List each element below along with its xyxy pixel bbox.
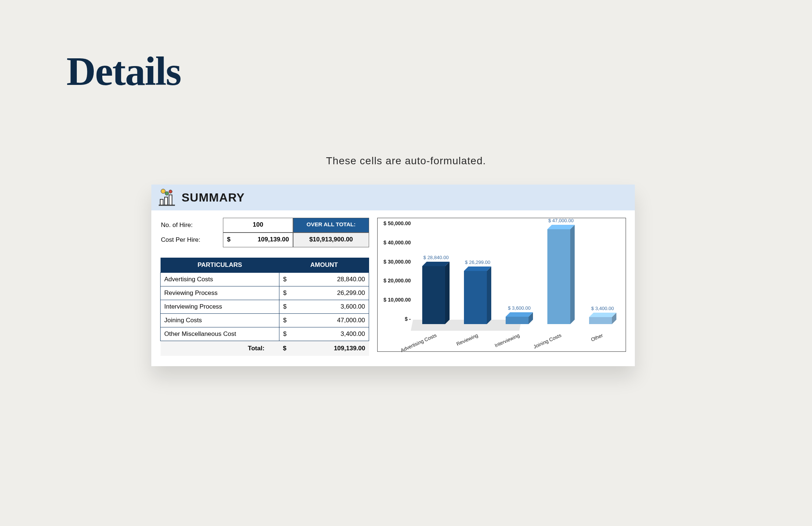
summary-label: SUMMARY bbox=[182, 191, 245, 204]
chart-bar-label: $ 3,400.00 bbox=[591, 306, 614, 311]
bar-chart-icon bbox=[158, 188, 176, 207]
summary-header: SUMMARY bbox=[151, 185, 635, 210]
row-name: Reviewing Process bbox=[161, 286, 279, 300]
table-row: Other Miscellaneous Cost $3,400.00 bbox=[161, 327, 369, 341]
bar-chart: $ 50,000.00 $ 40,000.00 $ 30,000.00 $ 20… bbox=[377, 218, 626, 352]
chart-plot-area: $ 28,840.00$ 26,299.00$ 3,600.00$ 47,000… bbox=[413, 223, 621, 324]
row-amount: $47,000.00 bbox=[279, 314, 369, 327]
cost-per-hire-label: Cost Per Hire: bbox=[160, 233, 223, 247]
row-amount: $26,299.00 bbox=[279, 286, 369, 300]
chart-bar-label: $ 28,840.00 bbox=[423, 255, 449, 260]
y-tick: $ 20,000.00 bbox=[378, 278, 413, 283]
particulars-table: PARTICULARS AMOUNT Advertising Costs $28… bbox=[160, 258, 369, 356]
y-tick: $ - bbox=[378, 316, 413, 322]
chart-y-axis: $ 50,000.00 $ 40,000.00 $ 30,000.00 $ 20… bbox=[378, 223, 413, 324]
chart-bar bbox=[506, 312, 533, 324]
y-tick: $ 30,000.00 bbox=[378, 259, 413, 264]
chart-bar-label: $ 26,299.00 bbox=[465, 259, 491, 265]
svg-point-0 bbox=[161, 189, 165, 193]
svg-point-1 bbox=[169, 190, 172, 193]
svg-point-2 bbox=[165, 192, 169, 195]
page-subtitle: These cells are auto-formulated. bbox=[0, 155, 812, 167]
svg-rect-3 bbox=[160, 199, 163, 205]
col-amount: AMOUNT bbox=[279, 258, 369, 273]
summary-left-panel: No. of Hire: 100 OVER ALL TOTAL: Cost Pe… bbox=[160, 218, 369, 356]
svg-rect-5 bbox=[169, 195, 172, 205]
y-tick: $ 50,000.00 bbox=[378, 221, 413, 226]
overall-total-label: OVER ALL TOTAL: bbox=[293, 218, 369, 233]
row-amount: $28,840.00 bbox=[279, 273, 369, 286]
summary-card: SUMMARY No. of Hire: 100 OVER ALL TOTAL:… bbox=[151, 185, 635, 366]
row-name: Interviewing Process bbox=[161, 300, 279, 314]
row-amount: $3,600.00 bbox=[279, 300, 369, 314]
row-name: Other Miscellaneous Cost bbox=[161, 327, 279, 341]
chart-bar bbox=[464, 267, 491, 324]
chart-x-label: Interviewing bbox=[494, 333, 520, 348]
y-tick: $ 40,000.00 bbox=[378, 240, 413, 245]
chart-bar bbox=[422, 262, 450, 324]
chart-bar-label: $ 3,600.00 bbox=[508, 305, 530, 311]
total-label: Total: bbox=[161, 341, 279, 356]
chart-bar-label: $ 47,000.00 bbox=[548, 218, 574, 223]
table-row: Joining Costs $47,000.00 bbox=[161, 314, 369, 327]
col-particulars: PARTICULARS bbox=[161, 258, 279, 273]
cost-per-hire-value: $ 109,139.00 bbox=[223, 233, 293, 247]
row-name: Joining Costs bbox=[161, 314, 279, 327]
overall-total-value: $10,913,900.00 bbox=[293, 233, 369, 247]
chart-x-label: Joining Costs bbox=[533, 333, 562, 350]
chart-x-axis: Advertising CostsReviewingInterviewingJo… bbox=[413, 326, 621, 350]
page-title: Details bbox=[66, 48, 181, 95]
row-name: Advertising Costs bbox=[161, 273, 279, 286]
chart-x-label: Reviewing bbox=[455, 333, 479, 347]
chart-x-label: Advertising Costs bbox=[400, 333, 437, 353]
chart-bar bbox=[589, 313, 616, 324]
svg-rect-4 bbox=[165, 197, 168, 205]
hire-count-label: No. of Hire: bbox=[160, 218, 223, 233]
hire-count-value: 100 bbox=[223, 218, 293, 233]
y-tick: $ 10,000.00 bbox=[378, 297, 413, 302]
chart-x-label: Other bbox=[590, 333, 604, 343]
table-row: Advertising Costs $28,840.00 bbox=[161, 273, 369, 286]
chart-bar bbox=[547, 225, 575, 324]
total-amount: $109,139.00 bbox=[279, 341, 369, 356]
table-row: Interviewing Process $3,600.00 bbox=[161, 300, 369, 314]
row-amount: $3,400.00 bbox=[279, 327, 369, 341]
table-row: Reviewing Process $26,299.00 bbox=[161, 286, 369, 300]
cost-per-hire-amount: 109,139.00 bbox=[258, 236, 289, 243]
cost-per-hire-currency: $ bbox=[227, 236, 230, 243]
